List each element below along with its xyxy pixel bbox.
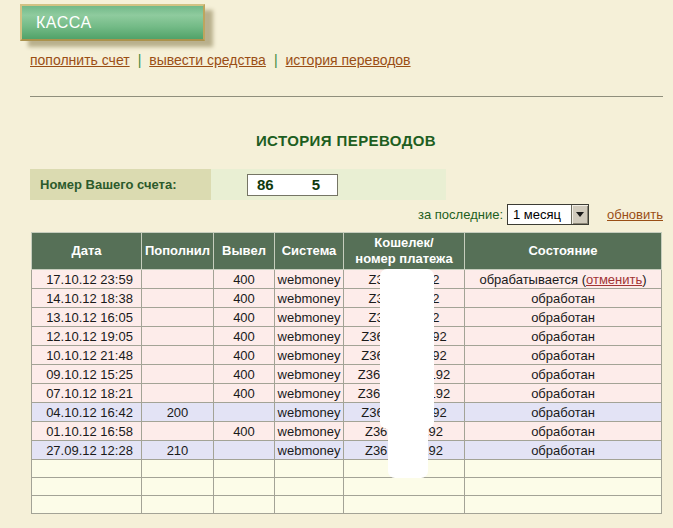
- table-row: 10.10.12 21:48 400 webmoney Z366192 обра…: [32, 346, 662, 365]
- table-row: 04.10.12 16:42 200 webmoney Z365192 обра…: [32, 403, 662, 422]
- cell-date: 09.10.12 15:25: [32, 365, 142, 384]
- status-text: обрабатывается (: [479, 272, 586, 287]
- cell-withdraw: 400: [214, 308, 275, 327]
- cell-deposit: [142, 308, 214, 327]
- cell-date: 14.10.12 18:38: [32, 289, 142, 308]
- empty-cell: [32, 478, 142, 496]
- status-text: обработан: [531, 443, 595, 458]
- empty-table-row: [32, 460, 662, 478]
- cell-withdraw: 400: [214, 289, 275, 308]
- period-filter-label: за последние:: [418, 207, 503, 222]
- nav-separator: |: [138, 52, 142, 68]
- wallet-prefix: Z36: [365, 443, 387, 458]
- period-select-button[interactable]: [571, 205, 588, 224]
- nav-menu: пополнить счет|вывести средства|история …: [30, 52, 411, 68]
- account-number-bar: Номер Вашего счета: 865: [30, 169, 446, 200]
- cell-status: обработан: [465, 289, 662, 308]
- table-body: 17.10.12 23:59 400 webmoney Z3692 обраба…: [32, 270, 662, 514]
- empty-table-row: [32, 478, 662, 496]
- empty-cell: [214, 496, 275, 514]
- status-text: обработан: [531, 367, 595, 382]
- cell-status: обработан: [465, 346, 662, 365]
- cell-status: обработан: [465, 441, 662, 460]
- table-row: 13.10.12 16:05 400 webmoney Z3692 обрабо…: [32, 308, 662, 327]
- account-number-suffix: 5: [312, 176, 320, 193]
- cell-system: webmoney: [275, 327, 344, 346]
- header-status: Состояние: [465, 233, 662, 270]
- cell-deposit: [142, 270, 214, 289]
- cell-system: webmoney: [275, 289, 344, 308]
- empty-cell: [142, 460, 214, 478]
- empty-cell: [142, 496, 214, 514]
- table-row: 12.10.12 19:05 400 webmoney Z360192 обра…: [32, 327, 662, 346]
- status-text: обработан: [531, 424, 595, 439]
- cell-status: обработан: [465, 365, 662, 384]
- page-title: ИСТОРИЯ ПЕРЕВОДОВ: [31, 132, 661, 149]
- header-withdraw: Вывел: [214, 233, 275, 270]
- empty-cell: [32, 460, 142, 478]
- chevron-down-icon: [576, 212, 584, 217]
- period-filter-row: за последние: 1 месяц обновить: [418, 203, 663, 225]
- cell-withdraw: 400: [214, 365, 275, 384]
- cell-status: обработан: [465, 327, 662, 346]
- cell-deposit: [142, 327, 214, 346]
- cell-deposit: [142, 365, 214, 384]
- cell-date: 10.10.12 21:48: [32, 346, 142, 365]
- cell-system: webmoney: [275, 384, 344, 403]
- period-select-value: 1 месяц: [508, 207, 571, 222]
- cell-withdraw: [214, 441, 275, 460]
- status-text-after: ): [642, 272, 646, 287]
- cell-system: webmoney: [275, 365, 344, 384]
- cell-date: 04.10.12 16:42: [32, 403, 142, 422]
- empty-cell: [465, 460, 662, 478]
- empty-cell: [344, 496, 465, 514]
- nav-separator: |: [274, 52, 278, 68]
- status-text: обработан: [531, 348, 595, 363]
- empty-cell: [275, 460, 344, 478]
- cell-date: 17.10.12 23:59: [32, 270, 142, 289]
- status-text: обработан: [531, 386, 595, 401]
- period-select[interactable]: 1 месяц: [507, 204, 589, 225]
- cell-system: webmoney: [275, 308, 344, 327]
- header-deposit: Пополнил: [142, 233, 214, 270]
- status-text: обработан: [531, 405, 595, 420]
- cell-system: webmoney: [275, 422, 344, 441]
- cell-date: 13.10.12 16:05: [32, 308, 142, 327]
- table-row: 27.09.12 12:28 210 webmoney Z36192 обраб…: [32, 441, 662, 460]
- table-row: 14.10.12 18:38 400 webmoney Z3692 обрабо…: [32, 289, 662, 308]
- cell-deposit: [142, 384, 214, 403]
- horizontal-divider: [30, 96, 663, 97]
- table-row: 07.10.12 18:21 400 webmoney Z3665192 обр…: [32, 384, 662, 403]
- account-number-input[interactable]: 865: [247, 174, 338, 196]
- censor-overlay: [380, 269, 434, 429]
- cell-system: webmoney: [275, 346, 344, 365]
- empty-cell: [142, 478, 214, 496]
- empty-cell: [275, 496, 344, 514]
- kassa-badge-label: КАССА: [36, 14, 92, 31]
- empty-cell: [214, 478, 275, 496]
- censor-overlay: [388, 418, 428, 478]
- empty-cell: [344, 478, 465, 496]
- header-wallet: Кошелек/ номер платежа: [344, 233, 465, 270]
- cell-status: обработан: [465, 308, 662, 327]
- cancel-link[interactable]: отменить: [586, 272, 642, 287]
- header-date: Дата: [32, 233, 142, 270]
- nav-link-withdraw[interactable]: вывести средства: [149, 52, 266, 68]
- empty-table-row: [32, 496, 662, 514]
- table-row: 09.10.12 15:25 400 webmoney Z3665192 обр…: [32, 365, 662, 384]
- page: КАССА пополнить счет|вывести средства|ис…: [0, 0, 673, 528]
- cell-withdraw: [214, 403, 275, 422]
- cell-deposit: [142, 289, 214, 308]
- empty-cell: [465, 478, 662, 496]
- cell-deposit: [142, 422, 214, 441]
- cell-system: webmoney: [275, 270, 344, 289]
- refresh-link[interactable]: обновить: [607, 207, 663, 222]
- empty-cell: [465, 496, 662, 514]
- cell-date: 07.10.12 18:21: [32, 384, 142, 403]
- nav-link-topup[interactable]: пополнить счет: [30, 52, 130, 68]
- cell-status: обрабатывается (отменить): [465, 270, 662, 289]
- empty-cell: [214, 460, 275, 478]
- nav-link-history[interactable]: история переводов: [286, 52, 411, 68]
- cell-date: 01.10.12 16:58: [32, 422, 142, 441]
- cell-system: webmoney: [275, 441, 344, 460]
